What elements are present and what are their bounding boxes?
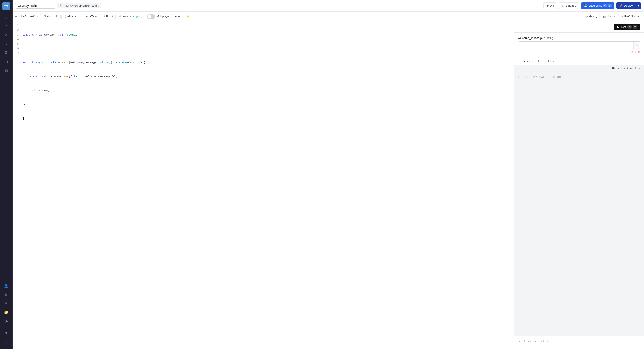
sidebar-item-packages[interactable]: ⊟ [2, 299, 10, 308]
sidebar-item-help[interactable]: ? [2, 330, 10, 338]
auto-scroll-check-icon: ✓ [638, 67, 640, 70]
type-label: +Type [90, 15, 97, 18]
test-kbd2: ↵ [633, 25, 637, 28]
ai-button[interactable]: ✦ AI [172, 14, 183, 19]
type-icon: ⊕ [86, 15, 88, 18]
vscode-button[interactable]: ↗ Use VScode [618, 14, 641, 19]
test-button-label: Test [621, 25, 626, 28]
tab-logs-result[interactable]: Logs & Result [518, 57, 543, 65]
logs-area: Expand Auto scroll ✓ No logs are availab… [514, 65, 644, 336]
context-var-button[interactable]: $ +Context Var [18, 14, 41, 19]
field-type: string [546, 36, 553, 39]
resource-icon: ⬡ [64, 15, 66, 18]
auto-scroll-label: Auto scroll [624, 67, 636, 70]
save-icon: 💾 [584, 4, 587, 7]
logs-empty-text: No logs are available yet [518, 75, 562, 78]
welcome-message-input[interactable] [518, 42, 634, 49]
field-label: welcome_message* string [518, 36, 640, 39]
form-area: welcome_message* string $ Required [514, 33, 644, 57]
required-star: * [544, 36, 545, 39]
connect-button[interactable]: ⚡ [184, 14, 192, 19]
line-numbers: 1 2 3 4 5 6 7 [12, 23, 22, 130]
save-draft-button[interactable]: 💾 Save draft ⌘ S [581, 2, 614, 9]
dollar-context-icon: $ [20, 15, 22, 18]
sidebar-item-users[interactable]: 👤 [2, 282, 10, 290]
sidebar-item-calendar[interactable]: ▦ [2, 67, 10, 75]
script-name-input[interactable] [15, 3, 56, 9]
chevron-down-icon: ▾ [638, 4, 639, 7]
diff-label: Diff [550, 4, 554, 7]
tab-history[interactable]: History [543, 57, 559, 65]
code-editor[interactable]: 1 2 3 4 5 6 7 import * as cowsay from 'c… [12, 21, 514, 349]
deploy-arrow-button[interactable]: ▾ [636, 2, 641, 9]
sidebar-item-dollar[interactable]: $ [2, 49, 10, 57]
ai-icon: ✦ [175, 15, 177, 18]
logs-toolbar: Expand Auto scroll ✓ [514, 65, 644, 71]
library-icon: ▤ [603, 15, 606, 18]
settings-label: Settings [566, 4, 576, 7]
reset-icon: ↺ [103, 15, 105, 18]
ai-label: AI [178, 15, 180, 18]
sidebar-item-integrations[interactable]: ⬡ [2, 58, 10, 66]
settings-button[interactable]: ⚙ Settings [559, 2, 579, 9]
reset-button[interactable]: ↺ Reset [100, 14, 116, 19]
code-line-4: const cow = cowsay.say({ text: welcome_m… [23, 74, 512, 79]
variable-button[interactable]: $ +Variable [42, 14, 60, 19]
topbar: ✎ Path u/henri/premier_script ⊕ Diff ⚙ S… [12, 0, 644, 12]
code-content[interactable]: import * as cowsay from 'cowsay'; export… [22, 23, 514, 130]
sidebar-item-forward[interactable]: → [2, 339, 10, 347]
vscode-label: Use VScode [624, 15, 639, 18]
toolbar: $ +Context Var $ +Variable ⬡ +Resource ⊕… [12, 12, 644, 21]
multiplayer-label: Multiplayer [156, 15, 170, 18]
save-kbd2: S [608, 4, 611, 7]
history-icon: ◷ [586, 15, 588, 18]
multiplayer-group: Multiplayer [145, 14, 171, 19]
deploy-label: Deploy [624, 4, 633, 7]
reset-label: Reset [106, 15, 113, 18]
history-button[interactable]: ◷ History [583, 14, 600, 19]
test-button[interactable]: ▶ Test ⌘ ↵ [614, 24, 640, 30]
result-tabs: Logs & Result History [514, 57, 644, 65]
connect-icon: ⚡ [186, 15, 190, 18]
code-line-7 [23, 116, 512, 121]
sidebar-item-dashboard[interactable]: ⊞ [2, 13, 10, 21]
type-button[interactable]: ⊕ +Type [84, 14, 99, 19]
result-area: Test to see the result here [514, 336, 644, 349]
sidebar-item-audit[interactable]: ◎ [2, 317, 10, 325]
assistants-badge: (Bun) [136, 15, 142, 18]
path-badge: ✎ Path u/henri/premier_script [57, 3, 101, 8]
diff-button[interactable]: ⊕ Diff [544, 2, 557, 9]
sidebar-item-settings[interactable]: ⚙ [2, 291, 10, 299]
path-value: u/henri/premier_script [70, 4, 98, 7]
resource-label: +Resource [67, 15, 80, 18]
dollar-var-icon: $ [44, 15, 46, 18]
resource-button[interactable]: ⬡ +Resource [62, 14, 83, 19]
code-line-6: } [23, 102, 512, 107]
field-name: welcome_message [518, 36, 543, 39]
code-line-1: import * as cowsay from 'cowsay'; [23, 33, 512, 37]
expand-button[interactable]: Expand [612, 67, 622, 70]
deploy-group: 🚀 Deploy ▾ [616, 2, 641, 9]
logs-content: No logs are available yet [514, 71, 644, 336]
sidebar-item-folders[interactable]: 📁 [2, 308, 10, 316]
assistants-icon: ↺ [119, 15, 121, 18]
path-edit-icon: ✎ [60, 4, 62, 7]
sidebar-item-home[interactable]: ⌂ [2, 31, 10, 39]
history-label: History [589, 15, 597, 18]
diff-icon: ⊕ [546, 4, 549, 7]
assistants-button[interactable]: ↺ Assistants (Bun) [116, 14, 145, 19]
content-area: 1 2 3 4 5 6 7 import * as cowsay from 'c… [12, 21, 644, 349]
deploy-button[interactable]: 🚀 Deploy [616, 2, 636, 9]
status-dot [15, 16, 17, 17]
sidebar-item-play[interactable]: ▷ [2, 40, 10, 48]
sidebar: TS ⊞ ☆ ⌂ ▷ $ ⬡ ▦ 👤 ⚙ ⊟ 📁 ◎ ? → [0, 0, 12, 349]
sidebar-item-star[interactable]: ☆ [2, 22, 10, 30]
dollar-input-icon: $ [634, 41, 640, 49]
test-kbd1: ⌘ [628, 25, 632, 28]
path-label: Path [64, 4, 69, 7]
deploy-icon: 🚀 [619, 4, 623, 7]
library-button[interactable]: ▤ Library [600, 14, 618, 19]
result-placeholder: Test to see the result here [518, 340, 552, 343]
multiplayer-toggle[interactable] [147, 14, 155, 19]
main-area: ✎ Path u/henri/premier_script ⊕ Diff ⚙ S… [12, 0, 644, 349]
